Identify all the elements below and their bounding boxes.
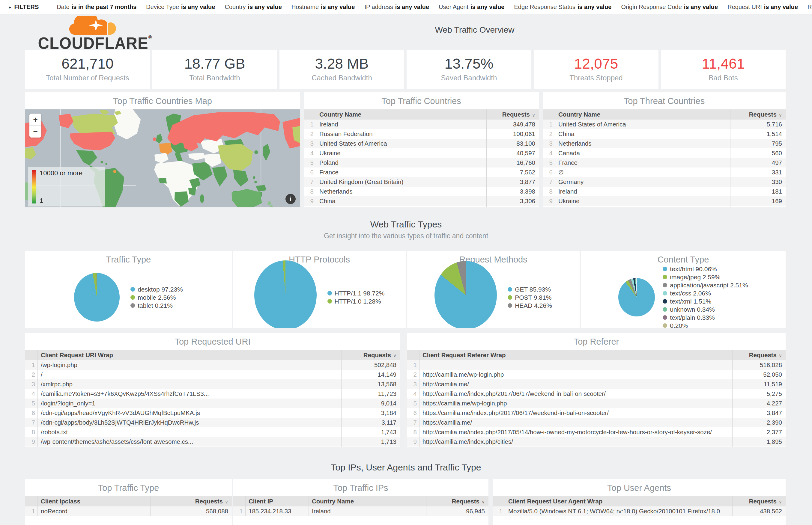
column-header: Client Request Referer Wrap — [419, 350, 732, 360]
table-row[interactable]: 3 http://camilia.me/ 11,519 — [407, 379, 786, 389]
world-map[interactable]: + − 10000 or more 1 i — [25, 109, 300, 207]
column-header: Client Request URI Wrap — [38, 350, 341, 360]
country-name: Germany — [555, 177, 730, 187]
row-rank: 9 — [304, 196, 316, 206]
row-rank: 7 — [304, 177, 316, 187]
row-rank: 10 — [407, 447, 419, 447]
table-row[interactable]: 10 http://camilia.me/index.php/about/ 1,… — [407, 447, 786, 447]
top-requested-uri-card: Top Requested URI Client Request URI Wra… — [25, 333, 400, 447]
table-row[interactable]: 8 Netherlands 3,398 — [304, 187, 539, 196]
table-row[interactable]: 9 China 3,306 — [304, 196, 539, 206]
traffic-type-pie-chart[interactable] — [74, 273, 120, 321]
column-header-sortable[interactable]: Requests∨ — [341, 350, 400, 360]
request-methods-pie-chart[interactable] — [434, 261, 497, 328]
table-row[interactable]: 8 Ireland 181 — [543, 187, 786, 196]
row-rank: 2 — [543, 129, 555, 139]
zoom-out-button[interactable]: − — [29, 125, 41, 137]
row-rank: 8 — [304, 187, 316, 196]
filter-item[interactable]: Device Typeis any value — [146, 4, 215, 11]
filter-item[interactable]: Request URIis any value — [727, 4, 798, 11]
filter-item[interactable]: IP addressis any value — [364, 4, 429, 11]
legend-swatch-icon — [663, 315, 667, 320]
column-header-sortable[interactable]: Requests∨ — [486, 109, 539, 120]
column-header-sortable[interactable]: Requests∨ — [732, 350, 786, 360]
table-row[interactable]: 9 Ukraine 169 — [543, 196, 786, 206]
content-type-card: Content Type text/html 90.06%image/jpeg … — [581, 251, 786, 328]
requests-value: 14,149 — [341, 370, 400, 379]
card-title: Top Threat Countries — [543, 92, 786, 109]
table-row[interactable]: 1 185.234.218.33 Ireland 96,945 — [233, 507, 488, 516]
table-row[interactable]: 5 /login/?login_only=1 9,014 — [25, 399, 400, 408]
requests-value: 560 — [730, 148, 786, 158]
country-name: Ireland — [316, 120, 486, 129]
table-row[interactable]: 2 http://camilia.me/wp-login.php 52,050 — [407, 370, 786, 379]
filter-item[interactable]: Edge Response Statusis any value — [514, 4, 611, 11]
table-row[interactable]: 9 /wp-content/themes/ashe/assets/css/fon… — [25, 437, 400, 447]
filter-item[interactable]: Dateis in the past 7 months — [57, 4, 136, 11]
filter-item[interactable]: RayIDis any value — [808, 4, 812, 11]
table-row[interactable]: 1 Mozilla/5.0 (Windows NT 6.1; WOW64; rv… — [493, 507, 786, 516]
table-header: Client Request Referer Wrap Requests∨ — [407, 350, 786, 360]
table-row[interactable]: 3 /xmlrpc.php 13,568 — [25, 379, 400, 389]
filter-item[interactable]: Countryis any value — [225, 4, 282, 11]
table-row[interactable]: 5 France 497 — [543, 158, 786, 167]
table-row[interactable]: 6 https://camilia.me/index.php/2017/06/1… — [407, 408, 786, 418]
uri-value: / — [38, 370, 341, 379]
table-row[interactable]: 4 /camilia.me?token=s3+7k6XQvKwzp5/4XSs4… — [25, 389, 400, 399]
table-row[interactable]: 2 Russian Federation 100,061 — [304, 129, 539, 139]
table-row[interactable]: 2 China 1,514 — [543, 129, 786, 139]
filters-toggle[interactable]: ▸ FILTERS — [9, 4, 39, 11]
http-protocols-pie-chart[interactable] — [254, 260, 316, 328]
sort-desc-icon: ∨ — [482, 499, 485, 504]
table-row[interactable]: 6 ∅ 331 — [543, 167, 786, 177]
table-row[interactable]: 6 France 7,562 — [304, 167, 539, 177]
table-row[interactable]: 1 /wp-login.php 502,848 — [25, 360, 400, 370]
ipclass-value: noRecord — [38, 507, 150, 516]
cloudflare-wordmark: CLOUDFLARE® — [33, 35, 157, 51]
content-type-pie-chart[interactable] — [618, 278, 655, 316]
table-row[interactable]: 1 Ireland 349,478 — [304, 120, 539, 129]
table-row[interactable]: 6 /cdn-cgi/apps/head/xVgyKhR-vV3dAUGhMqf… — [25, 408, 400, 418]
kpi-label: Saved Bandwidth — [407, 74, 531, 82]
map-info-button[interactable]: i — [285, 194, 296, 204]
column-header-sortable[interactable]: Requests∨ — [150, 496, 232, 507]
table-row[interactable]: 2 / 14,149 — [25, 370, 400, 379]
table-row[interactable]: 8 http://camilia.me/index.php/2017/05/14… — [407, 427, 786, 437]
column-header-sortable[interactable]: Requests∨ — [730, 109, 786, 120]
table-row[interactable]: 1 noRecord 568,088 — [25, 507, 232, 516]
table-row[interactable]: 5 https://camilia.me/wp-login.php 4,227 — [407, 399, 786, 408]
table-row[interactable]: 3 Netherlands 795 — [543, 139, 786, 148]
table-row[interactable]: 7 /cdn-cgi/apps/body/3Lh52SjWTQ4HRlErJyk… — [25, 418, 400, 427]
filter-item[interactable]: Hostnameis any value — [292, 4, 355, 11]
requests-value: 331 — [730, 167, 786, 177]
column-header-sortable[interactable]: Requests∨ — [426, 496, 488, 507]
table-row[interactable]: 7 Germany 330 — [543, 177, 786, 187]
requests-value: 349,478 — [486, 120, 539, 129]
table-row[interactable]: 4 http://camilia.me/index.php/2017/06/17… — [407, 389, 786, 399]
referer-value: http://camilia.me/wp-login.php — [419, 370, 732, 379]
table-row[interactable]: 1 United States of America 5,716 — [543, 120, 786, 129]
table-row[interactable]: 10 Singapore 152 — [543, 206, 786, 207]
kpi-value: 3.28 MB — [279, 55, 404, 73]
referer-value: http://camilia.me/index.php/about/ — [419, 447, 732, 447]
table-row[interactable]: 5 Poland 16,760 — [304, 158, 539, 167]
table-row[interactable]: 8 /robots.txt 1,743 — [25, 427, 400, 437]
kpi-label: Bad Bots — [661, 74, 786, 82]
table-row[interactable]: 7 https://camilia.me/ 2,390 — [407, 418, 786, 427]
table-row[interactable]: 10 Canada 3,215 — [304, 206, 539, 207]
table-row[interactable]: 10 /wp-content/themes/ashe/style.css?ver… — [25, 447, 400, 447]
filter-item[interactable]: User Agentis any value — [439, 4, 504, 11]
row-rank: 7 — [543, 177, 555, 187]
filter-item[interactable]: Origin Response Codeis any value — [621, 4, 718, 11]
kpi-label: Threats Stopped — [534, 74, 659, 82]
legend-item: image/jpeg 2.59% — [663, 273, 748, 281]
table-row[interactable]: 9 http://camilia.me/index.php/cities/ 1,… — [407, 437, 786, 447]
zoom-in-button[interactable]: + — [29, 114, 41, 125]
requests-value: 9,014 — [341, 399, 400, 408]
table-row[interactable]: 4 Ukraine 40,597 — [304, 148, 539, 158]
table-row[interactable]: 4 Canada 560 — [543, 148, 786, 158]
column-header-sortable[interactable]: Requests∨ — [732, 496, 786, 507]
table-row[interactable]: 3 United States of America 83,100 — [304, 139, 539, 148]
table-row[interactable]: 1 516,028 — [407, 360, 786, 370]
table-row[interactable]: 7 United Kingdom (Great Britain) 3,877 — [304, 177, 539, 187]
